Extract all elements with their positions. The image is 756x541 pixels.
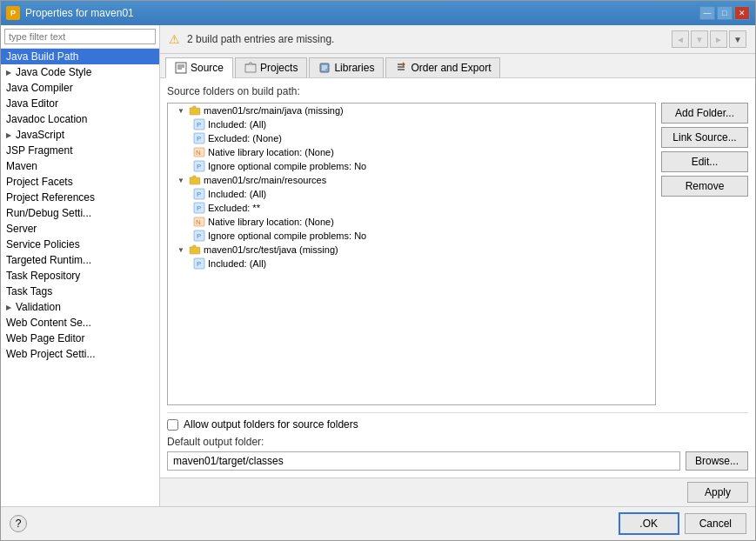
tabs-container: Source Projects Libraries: [160, 54, 755, 78]
tree-item-excluded-1[interactable]: P Excluded: (None): [168, 131, 655, 145]
tab-order-export[interactable]: Order and Export: [385, 57, 500, 77]
close-button[interactable]: ✕: [734, 6, 750, 20]
main-content: Java Build Path Java Code Style Java Com…: [1, 25, 755, 506]
sidebar-label-java-compiler: Java Compiler: [6, 82, 73, 94]
tree-arrow-3: ▼: [177, 246, 186, 254]
sidebar-item-web-content-settings[interactable]: Web Content Se...: [1, 315, 159, 331]
source-tab-icon: [175, 62, 187, 74]
svg-rect-4: [245, 64, 256, 72]
svg-text:P: P: [197, 135, 201, 143]
sidebar-item-web-project-settings[interactable]: Web Project Setti...: [1, 346, 159, 362]
tree-item-src-main-resources[interactable]: ▼ maven01/src/main/resources: [168, 173, 655, 187]
libraries-tab-icon: [318, 62, 331, 74]
link-source-button[interactable]: Link Source...: [661, 127, 748, 148]
tab-order-export-label: Order and Export: [411, 62, 491, 74]
tree-label-excluded-2: Excluded: **: [208, 203, 260, 213]
tree-item-included-3[interactable]: P Included: (All): [168, 257, 655, 270]
tab-projects[interactable]: Projects: [235, 57, 307, 77]
sidebar-item-java-editor[interactable]: Java Editor: [1, 96, 159, 111]
tree-arrow-1: ▼: [177, 107, 186, 115]
sidebar-item-project-facets[interactable]: Project Facets: [1, 174, 159, 190]
svg-rect-30: [190, 247, 200, 254]
minimize-button[interactable]: —: [699, 6, 715, 20]
prop-icon-3: P: [193, 160, 205, 172]
tree-item-native-2[interactable]: N Native library location: (None): [168, 215, 655, 229]
sidebar-item-java-compiler[interactable]: Java Compiler: [1, 80, 159, 96]
remove-button[interactable]: Remove: [661, 176, 748, 197]
tree-label-native-1: Native library location: (None): [208, 147, 334, 157]
sidebar-item-web-page-editor[interactable]: Web Page Editor: [1, 331, 159, 346]
sidebar-item-run-debug[interactable]: Run/Debug Setti...: [1, 205, 159, 221]
svg-text:P: P: [197, 260, 201, 268]
maximize-button[interactable]: □: [717, 6, 733, 20]
forward-dropdown-button[interactable]: ▼: [729, 30, 746, 48]
edit-button[interactable]: Edit...: [661, 151, 748, 172]
sidebar-item-project-references[interactable]: Project References: [1, 190, 159, 205]
tree-item-ignore-2[interactable]: P Ignore optional compile problems: No: [168, 229, 655, 243]
allow-output-label: Allow output folders for source folders: [184, 418, 358, 431]
back-button[interactable]: ◄: [672, 30, 689, 48]
add-folder-button[interactable]: Add Folder...: [661, 103, 748, 124]
tab-source[interactable]: Source: [165, 57, 233, 78]
tree-item-excluded-2[interactable]: P Excluded: **: [168, 201, 655, 215]
properties-window: P Properties for maven01 — □ ✕ Java Buil…: [0, 0, 756, 541]
footer-left: ?: [10, 515, 613, 532]
svg-text:N: N: [196, 149, 201, 157]
warning-bar: ⚠ 2 build path entries are missing. ◄ ▼ …: [160, 25, 755, 54]
action-buttons: Add Folder... Link Source... Edit... Rem…: [661, 103, 748, 405]
footer: ? .OK Cancel: [1, 506, 755, 540]
allow-output-checkbox[interactable]: [167, 419, 178, 431]
sidebar-item-maven[interactable]: Maven: [1, 158, 159, 174]
filter-box: [1, 25, 159, 49]
title-buttons: — □ ✕: [699, 6, 750, 20]
svg-text:N: N: [196, 218, 201, 226]
tab-libraries[interactable]: Libraries: [309, 57, 384, 77]
tree-item-src-test-java[interactable]: ▼ maven01/src/test/java (missing): [168, 243, 655, 257]
window-title: Properties for maven01: [25, 7, 134, 19]
sidebar-label-service-policies: Service Policies: [6, 238, 80, 250]
tree-area[interactable]: ▼ maven01/src/main/java (missing) P Incl…: [167, 103, 656, 405]
tree-item-included-1[interactable]: P Included: (All): [168, 117, 655, 131]
projects-tab-icon: [244, 62, 257, 74]
default-output-input[interactable]: [167, 451, 680, 471]
tab-source-label: Source: [191, 62, 224, 74]
tree-label-native-2: Native library location: (None): [208, 217, 334, 227]
tree-label-excluded-1: Excluded: (None): [208, 133, 282, 144]
warning-icon: ⚠: [169, 32, 180, 46]
prop-icon-1: P: [193, 118, 205, 130]
title-bar: P Properties for maven01 — □ ✕: [1, 1, 755, 25]
sidebar-item-javascript[interactable]: JavaScript: [1, 127, 159, 143]
folder-icon-3: [189, 244, 201, 256]
tree-item-src-main-java[interactable]: ▼ maven01/src/main/java (missing): [168, 104, 655, 117]
sidebar-item-javadoc-location[interactable]: Javadoc Location: [1, 111, 159, 127]
sidebar-label-java-build-path: Java Build Path: [6, 50, 78, 63]
sidebar-label-task-tags: Task Tags: [6, 285, 52, 297]
sidebar-item-service-policies[interactable]: Service Policies: [1, 237, 159, 252]
sidebar-item-validation[interactable]: Validation: [1, 299, 159, 315]
main-area: ⚠ 2 build path entries are missing. ◄ ▼ …: [160, 25, 755, 506]
ok-button[interactable]: .OK: [619, 512, 679, 535]
sidebar-item-java-code-style[interactable]: Java Code Style: [1, 64, 159, 80]
sidebar-item-targeted-runtime[interactable]: Targeted Runtim...: [1, 252, 159, 268]
cancel-button[interactable]: Cancel: [685, 513, 746, 534]
sidebar-item-java-build-path[interactable]: Java Build Path: [1, 49, 159, 64]
forward-button[interactable]: ►: [710, 30, 727, 48]
apply-row: Apply: [160, 478, 755, 506]
help-button[interactable]: ?: [10, 515, 27, 532]
tree-item-ignore-1[interactable]: P Ignore optional compile problems: No: [168, 159, 655, 173]
tree-item-native-1[interactable]: N Native library location: (None): [168, 145, 655, 159]
tree-label-src-main-java: maven01/src/main/java (missing): [204, 105, 344, 116]
sidebar-item-jsp-fragment[interactable]: JSP Fragment: [1, 143, 159, 158]
filter-input[interactable]: [4, 29, 156, 44]
tree-item-included-2[interactable]: P Included: (All): [168, 187, 655, 201]
sidebar-label-server: Server: [6, 223, 37, 235]
sidebar-item-task-repository[interactable]: Task Repository: [1, 268, 159, 284]
back-dropdown-button[interactable]: ▼: [691, 30, 708, 48]
browse-button[interactable]: Browse...: [686, 451, 748, 471]
tree-label-ignore-2: Ignore optional compile problems: No: [208, 230, 366, 241]
sidebar-item-server[interactable]: Server: [1, 221, 159, 237]
sidebar-item-task-tags[interactable]: Task Tags: [1, 284, 159, 299]
apply-button[interactable]: Apply: [687, 482, 748, 503]
sidebar-label-javascript: JavaScript: [16, 129, 64, 141]
default-output-label: Default output folder:: [167, 436, 748, 448]
